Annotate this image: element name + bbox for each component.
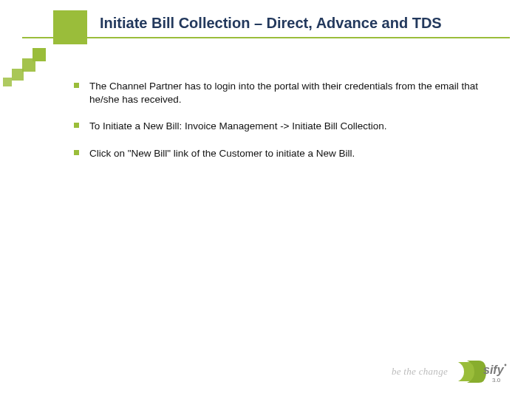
header-rule (22, 37, 510, 38)
header-square-large (53, 10, 87, 44)
content-area: The Channel Partner has to login into th… (74, 80, 488, 174)
footer-tagline: be the change (392, 366, 448, 378)
footer: be the change sify 3.0 (392, 358, 510, 386)
list-item-text: The Channel Partner has to login into th… (89, 80, 488, 106)
bullet-icon (74, 83, 79, 88)
page-title: Initiate Bill Collection – Direct, Advan… (100, 15, 442, 32)
header-square-cluster (0, 48, 48, 85)
list-item-text: To Initiate a New Bill: Invoice Manageme… (89, 120, 387, 133)
brand-name: sify (483, 364, 505, 376)
list-item: Click on "New Bill" link of the Customer… (74, 147, 488, 160)
list-item: To Initiate a New Bill: Invoice Manageme… (74, 120, 488, 133)
svg-point-0 (505, 364, 507, 366)
brand-logo: sify 3.0 (457, 358, 510, 386)
bullet-icon (74, 123, 79, 128)
bullet-icon (74, 150, 79, 155)
list-item-text: Click on "New Bill" link of the Customer… (89, 147, 355, 160)
list-item: The Channel Partner has to login into th… (74, 80, 488, 106)
brand-version: 3.0 (492, 377, 501, 383)
